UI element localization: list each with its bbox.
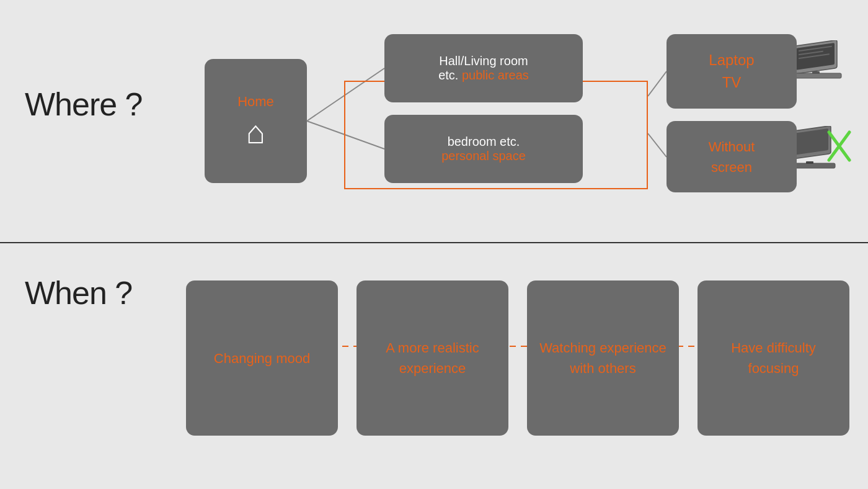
- personal-highlight: personal space: [441, 149, 526, 163]
- laptop-label: Laptop: [709, 52, 754, 68]
- when-label: When ?: [25, 274, 132, 312]
- svg-rect-5: [790, 73, 841, 78]
- personal-space-box: bedroom etc. personal space: [384, 115, 583, 183]
- no-screen-box: Without screen: [666, 121, 797, 192]
- home-icon: ⌂: [246, 116, 265, 148]
- when-cards-container: Changing mood A more realistic experienc…: [186, 268, 849, 448]
- top-section: Where ? Home ⌂ Hall/Living room etc. pub…: [0, 0, 868, 242]
- public-line2-pre: etc.: [438, 68, 462, 82]
- public-areas-box: Hall/Living room etc. public areas: [384, 34, 583, 102]
- tv-label: TV: [722, 74, 742, 91]
- when-card-1: Changing mood: [186, 280, 338, 436]
- public-line1: Hall/Living room: [439, 54, 528, 68]
- laptop-tv-box: Laptop TV: [666, 34, 797, 109]
- public-highlight: public areas: [462, 68, 529, 82]
- screen-label: screen: [711, 159, 752, 175]
- public-areas-text: Hall/Living room etc. public areas: [438, 54, 529, 83]
- when-card-3-text: Watching experience with others: [539, 338, 666, 379]
- bottom-section: When ? Changing mood A more realistic ex…: [0, 243, 868, 489]
- svg-rect-6: [812, 71, 820, 74]
- where-label: Where ?: [25, 86, 143, 123]
- svg-line-15: [648, 71, 666, 96]
- svg-line-16: [648, 133, 666, 157]
- when-card-4: Have difficulty focusing: [698, 280, 849, 436]
- home-label: Home: [237, 94, 274, 110]
- no-screen-text: Without screen: [709, 137, 755, 177]
- when-card-2: A more realistic experience: [356, 280, 508, 436]
- svg-rect-10: [806, 161, 813, 164]
- home-box: Home ⌂: [205, 59, 307, 183]
- when-card-4-text: Have difficulty focusing: [710, 338, 837, 379]
- personal-space-text: bedroom etc. personal space: [441, 135, 526, 163]
- when-card-2-text: A more realistic experience: [369, 338, 496, 379]
- personal-line1: bedroom etc.: [448, 135, 520, 148]
- laptop-tv-text: Laptop TV: [709, 49, 754, 94]
- when-card-1-text: Changing mood: [214, 348, 310, 369]
- without-label: Without: [709, 139, 755, 155]
- laptop-icon: [790, 40, 846, 84]
- when-card-3: Watching experience with others: [527, 280, 679, 436]
